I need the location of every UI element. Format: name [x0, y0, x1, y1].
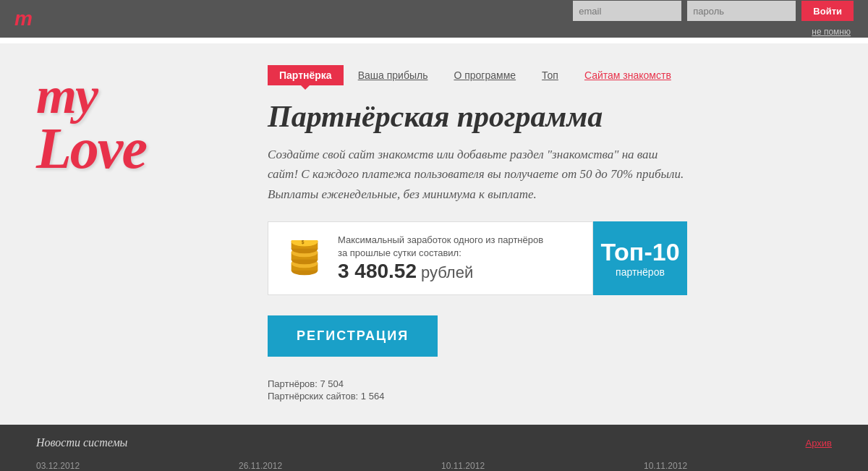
login-button[interactable]: Войти [801, 1, 854, 21]
news-date-0: 03.12.2012 [36, 461, 224, 471]
email-input[interactable] [573, 1, 681, 21]
stats-amount: 3 480.52 [338, 260, 417, 283]
white-divider [0, 38, 868, 43]
tab-partnerka[interactable]: Партнёрка [268, 65, 344, 85]
forgot-link[interactable]: не помню [812, 27, 851, 37]
header-right: Войти не помню [573, 1, 854, 37]
news-header: Новости системы Архив [36, 436, 832, 449]
stats-box: $ Максимальный заработок одного из партн… [268, 221, 687, 295]
header-inputs: Войти [573, 1, 854, 21]
news-section: Новости системы Архив 03.12.2012 Тариф 7… [0, 425, 868, 471]
main-description: Создайте свой сайт знакомств или добавьт… [268, 145, 687, 204]
mylove-logo: my Love [36, 72, 239, 177]
stats-text: Максимальный заработок одного из партнёр… [338, 234, 543, 283]
news-item-0: 03.12.2012 Тариф 70% всем партнёрам! [36, 461, 224, 471]
news-item-1: 26.11.2012 Запрет на домены использующие [239, 461, 427, 471]
news-columns: 03.12.2012 Тариф 70% всем партнёрам! 26.… [36, 461, 832, 471]
tab-dating-sites[interactable]: Сайтам знакомств [573, 65, 683, 85]
svg-text:$: $ [302, 240, 305, 245]
partner-sites-count: Партнёрских сайтов: 1 564 [268, 391, 832, 402]
news-item-3: 10.11.2012 Запрет на домены использующие [644, 461, 832, 471]
registration-button[interactable]: РЕГИСТРАЦИЯ [268, 315, 438, 357]
header-logo: m [14, 7, 33, 30]
tab-profit[interactable]: Ваша прибыль [346, 65, 440, 85]
partner-stats: Партнёров: 7 504 Партнёрских сайтов: 1 5… [268, 378, 832, 402]
logo-area: my Love [36, 65, 239, 403]
top-label: партнёров [616, 266, 665, 278]
main-content: my Love Партнёрка Ваша прибыль О програм… [0, 43, 868, 425]
news-item-2: 10.11.2012 Работы по изменению превью- [441, 461, 629, 471]
main-headline: Партнёрская программа [268, 100, 832, 133]
news-date-1: 26.11.2012 [239, 461, 427, 471]
logo-icon: m [14, 7, 33, 30]
tab-top[interactable]: Топ [530, 65, 570, 85]
main-inner: my Love Партнёрка Ваша прибыль О програм… [36, 65, 832, 403]
nav-tabs: Партнёрка Ваша прибыль О программе Топ С… [268, 65, 832, 85]
password-input[interactable] [687, 1, 796, 21]
top-box[interactable]: Топ-10 партнёров [593, 221, 687, 295]
stats-left: $ Максимальный заработок одного из партн… [268, 221, 593, 295]
coin-icon: $ [283, 240, 326, 276]
tab-about[interactable]: О программе [442, 65, 527, 85]
stats-small-text: Максимальный заработок одного из партнёр… [338, 234, 543, 260]
stats-currency: рублей [421, 263, 473, 282]
news-archive-link[interactable]: Архив [806, 438, 832, 449]
header: m Войти не помню [0, 0, 868, 38]
news-date-2: 10.11.2012 [441, 461, 629, 471]
right-content: Партнёрка Ваша прибыль О программе Топ С… [268, 65, 832, 403]
partner-count: Партнёров: 7 504 [268, 378, 832, 389]
news-date-3: 10.11.2012 [644, 461, 832, 471]
top-number: Топ-10 [600, 238, 679, 266]
news-title: Новости системы [36, 436, 127, 449]
